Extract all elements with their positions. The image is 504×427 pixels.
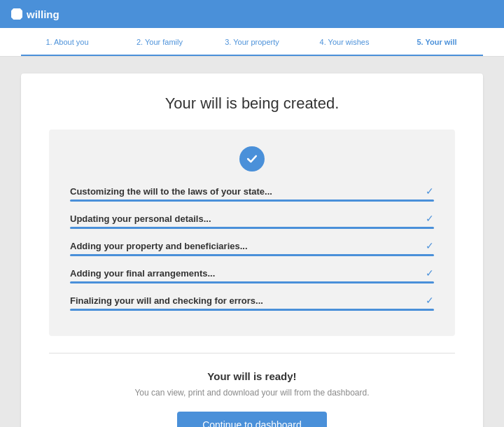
nav-step-5[interactable]: 5. Your will bbox=[391, 28, 483, 56]
progress-item-2: Adding your property and beneficiaries..… bbox=[70, 240, 434, 256]
progress-bar-1 bbox=[70, 227, 434, 229]
completion-check-circle bbox=[70, 146, 434, 172]
progress-label-1: Updating your personal details... bbox=[70, 214, 211, 224]
nav-step-1[interactable]: 1. About you bbox=[21, 28, 113, 56]
logo-icon bbox=[11, 8, 22, 20]
ready-title: Your will is ready! bbox=[49, 370, 455, 382]
ready-section: Your will is ready! You can view, print … bbox=[49, 353, 455, 427]
check-icon-0: ✓ bbox=[426, 186, 434, 197]
brand-logo: willing bbox=[11, 8, 59, 20]
continue-to-dashboard-button[interactable]: Continue to dashboard bbox=[177, 412, 327, 427]
progress-bar-3 bbox=[70, 281, 434, 284]
nav-step-3[interactable]: 3. Your property bbox=[206, 28, 298, 56]
page-content: Your will is being created. Customizing … bbox=[0, 57, 504, 427]
ready-subtitle: You can view, print and download your wi… bbox=[49, 388, 455, 398]
progress-bar-4 bbox=[70, 309, 434, 311]
main-card: Your will is being created. Customizing … bbox=[21, 74, 483, 427]
nav-steps-container: 1. About you 2. Your family 3. Your prop… bbox=[21, 28, 483, 56]
progress-label-3: Adding your final arrangements... bbox=[70, 268, 215, 279]
check-circle-icon bbox=[239, 146, 265, 172]
progress-item-0: Customizing the will to the laws of your… bbox=[70, 186, 434, 202]
check-icon-2: ✓ bbox=[426, 240, 434, 251]
nav-step-2[interactable]: 2. Your family bbox=[113, 28, 206, 56]
page-title: Your will is being created. bbox=[49, 94, 455, 113]
progress-nav: 1. About you 2. Your family 3. Your prop… bbox=[0, 28, 504, 57]
nav-step-4[interactable]: 4. Your wishes bbox=[298, 28, 391, 56]
check-icon-3: ✓ bbox=[426, 267, 434, 279]
progress-item-3: Adding your final arrangements... ✓ bbox=[70, 267, 434, 284]
progress-label-2: Adding your property and beneficiaries..… bbox=[70, 241, 248, 251]
progress-bar-0 bbox=[70, 200, 434, 202]
check-icon-4: ✓ bbox=[426, 295, 434, 306]
check-icon-1: ✓ bbox=[426, 213, 434, 224]
progress-section: Customizing the will to the laws of your… bbox=[49, 130, 455, 336]
progress-bar-2 bbox=[70, 254, 434, 256]
app-header: willing bbox=[0, 0, 504, 28]
progress-item-1: Updating your personal details... ✓ bbox=[70, 213, 434, 229]
progress-label-0: Customizing the will to the laws of your… bbox=[70, 186, 272, 197]
brand-name: willing bbox=[27, 8, 59, 20]
progress-item-4: Finalizing your will and checking for er… bbox=[70, 295, 434, 311]
progress-label-4: Finalizing your will and checking for er… bbox=[70, 295, 263, 306]
